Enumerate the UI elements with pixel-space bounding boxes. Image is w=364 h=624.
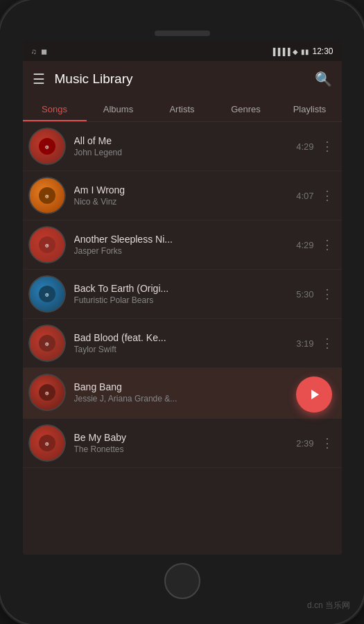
more-options-button[interactable]: ⋮ xyxy=(321,237,333,252)
app-bar: ☰ Music Library 🔍 xyxy=(23,61,342,97)
album-art: ◎ xyxy=(28,374,66,411)
list-item[interactable]: ◎ Another Sleepless Ni... Jasper Forks 4… xyxy=(23,220,342,270)
phone-top xyxy=(0,0,364,42)
song-duration: 2:39 xyxy=(296,438,313,449)
search-button[interactable]: 🔍 xyxy=(315,71,332,87)
list-item[interactable]: ◎ Be My Baby The Ronettes 2:39 ⋮ xyxy=(23,419,342,468)
song-duration: 5:30 xyxy=(296,289,313,300)
song-info: Am I Wrong Nico & Vinz xyxy=(74,184,297,207)
song-duration: 4:29 xyxy=(296,141,313,152)
song-title: Bang Bang xyxy=(74,381,297,392)
song-artist: Taylor Swift xyxy=(74,345,297,354)
list-item[interactable]: ◎ Bang Bang Jessie J, Ariana Grande &...… xyxy=(23,368,342,419)
song-info: Another Sleepless Ni... Jasper Forks xyxy=(74,234,297,256)
song-info: Be My Baby The Ronettes xyxy=(74,432,297,454)
song-list: ◎ All of Me John Legend 4:29 ⋮ ◎ xyxy=(23,122,342,555)
song-info: Bad Blood (feat. Ke... Taylor Swift xyxy=(74,332,297,354)
song-info: Bang Bang Jessie J, Ariana Grande &... xyxy=(74,381,297,404)
more-options-button[interactable]: ⋮ xyxy=(321,139,333,154)
song-title: All of Me xyxy=(74,135,297,146)
song-artist: Jessie J, Ariana Grande &... xyxy=(74,394,297,404)
home-button[interactable] xyxy=(164,563,200,599)
watermark: d.cn 当乐网 xyxy=(307,600,350,612)
song-title: Am I Wrong xyxy=(74,184,297,196)
status-left-icons: ♫ ◼ xyxy=(31,47,47,56)
list-item[interactable]: ◎ Bad Blood (feat. Ke... Taylor Swift 3:… xyxy=(23,319,342,368)
play-icon xyxy=(306,386,322,403)
status-time: 12:30 xyxy=(312,46,333,56)
list-item[interactable]: ◎ Back To Earth (Origi... Futuristic Pol… xyxy=(23,270,342,319)
speaker xyxy=(155,31,210,36)
album-art: ◎ xyxy=(28,275,66,313)
tab-artists[interactable]: Artists xyxy=(150,97,214,121)
tab-albums[interactable]: Albums xyxy=(87,97,150,121)
more-options-button[interactable]: ⋮ xyxy=(321,435,333,451)
song-title: Another Sleepless Ni... xyxy=(74,234,297,245)
more-options-button[interactable]: ⋮ xyxy=(321,336,333,351)
album-art: ◎ xyxy=(28,324,66,362)
phone-frame: ♫ ◼ ▐▐▐▐ ◆ ▮▮ 12:30 ☰ Music Library 🔍 So… xyxy=(0,0,364,624)
music-status-icon: ♫ xyxy=(31,47,37,55)
tab-songs[interactable]: Songs xyxy=(23,97,87,121)
album-art: ◎ xyxy=(28,177,66,214)
more-options-button[interactable]: ⋮ xyxy=(321,188,333,203)
hamburger-menu-button[interactable]: ☰ xyxy=(33,71,45,87)
song-artist: Futuristic Polar Bears xyxy=(74,295,297,305)
song-duration: 3:19 xyxy=(296,338,313,349)
song-title: Back To Earth (Origi... xyxy=(74,283,297,294)
album-art: ◎ xyxy=(28,226,66,263)
song-title: Be My Baby xyxy=(74,432,297,443)
tab-playlists[interactable]: Playlists xyxy=(278,97,342,121)
tab-bar: Songs Albums Artists Genres Playlists xyxy=(23,97,342,122)
song-artist: Nico & Vinz xyxy=(74,197,297,207)
album-art: ◎ xyxy=(28,424,66,462)
status-right: ▐▐▐▐ ◆ ▮▮ 12:30 xyxy=(270,46,333,56)
wifi-icon: ◆ xyxy=(293,48,298,55)
tab-genres[interactable]: Genres xyxy=(214,97,278,121)
list-item[interactable]: ◎ Am I Wrong Nico & Vinz 4:07 ⋮ xyxy=(23,171,342,220)
more-options-button[interactable]: ⋮ xyxy=(321,286,333,302)
list-item[interactable]: ◎ All of Me John Legend 4:29 ⋮ xyxy=(23,122,342,171)
phone-screen: ♫ ◼ ▐▐▐▐ ◆ ▮▮ 12:30 ☰ Music Library 🔍 So… xyxy=(23,42,342,555)
play-fab-button[interactable] xyxy=(296,376,332,413)
song-duration: 4:29 xyxy=(296,240,313,250)
song-title: Bad Blood (feat. Ke... xyxy=(74,332,297,343)
photo-status-icon: ◼ xyxy=(41,47,47,56)
song-artist: John Legend xyxy=(74,148,297,157)
app-title: Music Library xyxy=(55,71,315,87)
phone-bottom xyxy=(0,555,364,624)
song-artist: Jasper Forks xyxy=(74,246,297,256)
song-info: Back To Earth (Origi... Futuristic Polar… xyxy=(74,283,297,305)
song-artist: The Ronettes xyxy=(74,444,297,454)
album-art: ◎ xyxy=(28,128,66,165)
song-duration: 4:07 xyxy=(296,191,313,201)
status-bar: ♫ ◼ ▐▐▐▐ ◆ ▮▮ 12:30 xyxy=(23,42,342,61)
battery-icon: ▮▮ xyxy=(301,48,309,55)
song-info: All of Me John Legend xyxy=(74,135,297,157)
signal-icon: ▐▐▐▐ xyxy=(270,48,290,55)
